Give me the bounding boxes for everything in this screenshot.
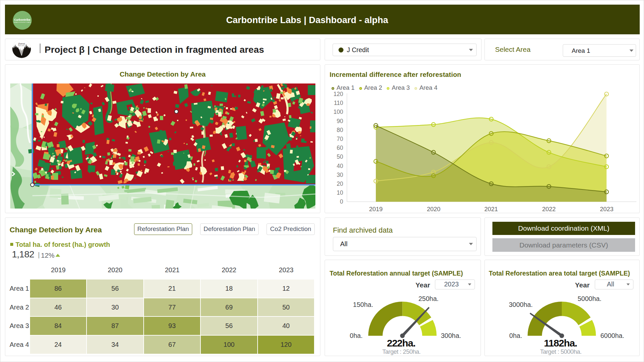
svg-text:3000ha.: 3000ha. [509, 301, 533, 308]
svg-text:90: 90 [337, 118, 343, 124]
svg-text:222ha.: 222ha. [387, 338, 415, 348]
svg-text:70: 70 [337, 136, 343, 142]
svg-text:forest: forest [18, 42, 25, 45]
svg-text:60: 60 [337, 145, 343, 151]
svg-text:2019: 2019 [369, 206, 382, 213]
svg-text:2021: 2021 [484, 206, 498, 213]
svg-text:20: 20 [337, 181, 343, 187]
svg-text:300ha.: 300ha. [441, 332, 461, 339]
svg-text:10: 10 [337, 189, 343, 196]
svg-text:120: 120 [334, 91, 343, 97]
svg-text:Target : 250ha.: Target : 250ha. [382, 348, 421, 355]
svg-text:2020: 2020 [427, 206, 440, 213]
svg-text:110: 110 [334, 100, 343, 106]
svg-text:2023: 2023 [600, 206, 613, 213]
svg-text:1182ha.: 1182ha. [544, 338, 577, 348]
svg-text:Target : 5000ha.: Target : 5000ha. [540, 348, 582, 355]
svg-text:80: 80 [337, 127, 343, 133]
svg-text:NATURE: NATURE [18, 45, 25, 47]
svg-text:0ha.: 0ha. [350, 332, 363, 339]
svg-text:5000ha.: 5000ha. [578, 295, 601, 302]
svg-text:0ha.: 0ha. [509, 332, 522, 339]
svg-text:2022: 2022 [542, 206, 555, 213]
svg-text:100: 100 [334, 109, 343, 115]
svg-text:0: 0 [340, 198, 343, 205]
svg-text:30: 30 [337, 172, 343, 178]
svg-text:40: 40 [337, 163, 343, 169]
svg-text:250ha.: 250ha. [418, 295, 439, 302]
svg-text:50: 50 [337, 153, 343, 160]
svg-text:6000ha.: 6000ha. [600, 332, 624, 339]
svg-text:150ha.: 150ha. [353, 301, 373, 308]
